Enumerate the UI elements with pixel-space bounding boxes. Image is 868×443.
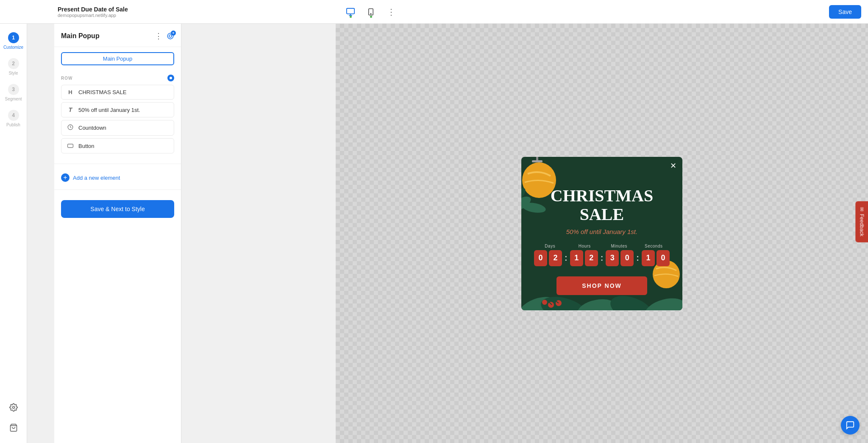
divider	[54, 164, 181, 164]
customization-panel: Main Popup ⋮ + Main Popup ROW H CHRISTMA…	[54, 24, 181, 443]
feedback-icon: ✉	[859, 207, 865, 211]
element-text[interactable]: T 50% off until January 1st.	[61, 102, 174, 117]
element-christmas-sale-label: CHRISTMAS SALE	[78, 89, 126, 95]
mobile-device-btn[interactable]	[363, 4, 378, 20]
panel-title-actions: ⋮ +	[153, 31, 174, 42]
svg-point-2	[370, 13, 371, 14]
svg-point-29	[556, 300, 562, 306]
add-element-btn[interactable]: + Add a new element	[54, 169, 181, 186]
svg-point-23	[521, 292, 562, 310]
shop-now-button[interactable]: SHOP NOW	[556, 276, 647, 295]
nav-style-label: Style	[8, 71, 18, 75]
main-popup-tab-btn[interactable]: Main Popup	[61, 52, 174, 65]
digit-s2: 0	[657, 250, 670, 266]
preview-canvas: ✕	[336, 24, 868, 443]
top-bar: Present Due Date of Sale demopopupsmart.…	[0, 0, 868, 24]
countdown-numbers: 0 2 : 1 2 : 3 0 : 1 0	[534, 250, 670, 266]
svg-point-27	[642, 294, 682, 310]
label-hours: Hours	[569, 244, 601, 248]
sep-3: :	[636, 253, 639, 263]
label-minutes: Minutes	[603, 244, 635, 248]
page-title: Present Due Date of Sale	[58, 6, 128, 13]
svg-point-24	[538, 292, 589, 310]
page-subtitle: demopopupsmart.netlify.app	[58, 13, 128, 18]
left-nav: 1 Customize 2 Style 3 Segment 4 Publish	[0, 0, 27, 443]
nav-customize-number: 1	[8, 32, 19, 43]
svg-point-18	[522, 201, 547, 214]
add-element-icon: +	[61, 173, 70, 182]
nav-segment[interactable]: 3 Segment	[0, 80, 27, 106]
nav-publish[interactable]: 4 Publish	[0, 106, 27, 131]
element-countdown-label: Countdown	[78, 125, 106, 131]
svg-point-25	[576, 296, 619, 310]
more-options-btn[interactable]: ⋮	[384, 5, 399, 19]
svg-point-30	[542, 300, 547, 305]
element-text-label: 50% off until January 1st.	[78, 107, 140, 113]
sep-1: :	[565, 253, 568, 263]
digit-h2: 2	[585, 250, 598, 266]
panel-more-btn[interactable]: ⋮	[153, 31, 164, 42]
digit-m1: 3	[606, 250, 619, 266]
panel-title: Main Popup	[61, 32, 100, 40]
svg-point-28	[548, 302, 554, 308]
feedback-label: Feedback	[859, 214, 865, 236]
svg-rect-0	[347, 8, 354, 14]
chat-bubble[interactable]	[841, 416, 860, 435]
target-add-icon: +	[167, 32, 174, 40]
svg-point-17	[521, 194, 533, 213]
settings-button[interactable]	[5, 399, 22, 416]
nav-style[interactable]: 2 Style	[0, 54, 27, 80]
add-badge: +	[171, 31, 176, 36]
mobile-active-dot	[370, 16, 372, 18]
row-active-indicator	[167, 75, 174, 81]
button-icon	[67, 142, 74, 149]
popup-title-line2: SALE	[551, 205, 653, 224]
nav-publish-number: 4	[8, 110, 19, 121]
divider-2	[54, 189, 181, 190]
svg-point-19	[521, 186, 528, 203]
digit-m2: 0	[620, 250, 634, 266]
panel-title-text: Main Popup	[61, 32, 100, 40]
svg-line-31	[549, 302, 552, 305]
popup-preview: ✕	[521, 157, 682, 310]
svg-point-4	[12, 407, 14, 409]
panel-header: Main Popup ⋮ +	[54, 24, 181, 47]
nav-publish-label: Publish	[6, 123, 20, 127]
popup-title-line1: CHRISTMAS	[551, 187, 653, 205]
add-element-label: Add a new element	[73, 175, 120, 181]
desktop-device-btn[interactable]	[343, 4, 358, 20]
svg-rect-15	[532, 160, 542, 162]
desktop-active-dot	[350, 16, 352, 18]
save-button[interactable]: Save	[829, 5, 861, 19]
svg-rect-14	[536, 157, 538, 162]
nav-customize-label: Customize	[3, 45, 23, 50]
svg-rect-13	[68, 144, 73, 148]
save-next-button[interactable]: Save & Next to Style	[61, 200, 174, 218]
nav-segment-label: Segment	[5, 97, 22, 101]
nav-bottom	[5, 399, 22, 443]
sep-2: :	[601, 253, 604, 263]
nav-customize[interactable]: 1 Customize	[0, 28, 27, 54]
device-switcher: ⋮	[343, 4, 399, 20]
element-button-label: Button	[78, 143, 95, 149]
store-button[interactable]	[5, 419, 22, 436]
digit-s1: 1	[642, 250, 655, 266]
label-seconds: Seconds	[638, 244, 670, 248]
row-label: ROW	[61, 75, 174, 81]
element-christmas-sale[interactable]: H CHRISTMAS SALE	[61, 85, 174, 100]
popup-subtitle: 50% off until January 1st.	[566, 228, 637, 235]
element-countdown[interactable]: Countdown	[61, 120, 174, 136]
popup-close-btn[interactable]: ✕	[670, 162, 676, 170]
clock-icon	[67, 124, 74, 131]
popup-title: CHRISTMAS SALE	[551, 187, 653, 224]
countdown-labels: Days Hours Minutes Seconds	[534, 244, 670, 248]
feedback-tab[interactable]: ✉ Feedback	[856, 201, 868, 242]
countdown-section: Days Hours Minutes Seconds 0 2 : 1 2 : 3…	[534, 244, 670, 276]
digit-h1: 1	[570, 250, 583, 266]
element-button[interactable]: Button	[61, 138, 174, 153]
digit-d1: 0	[534, 250, 547, 266]
digit-d2: 2	[549, 250, 562, 266]
label-days: Days	[534, 244, 566, 248]
svg-line-32	[555, 301, 559, 303]
nav-style-number: 2	[8, 58, 19, 69]
